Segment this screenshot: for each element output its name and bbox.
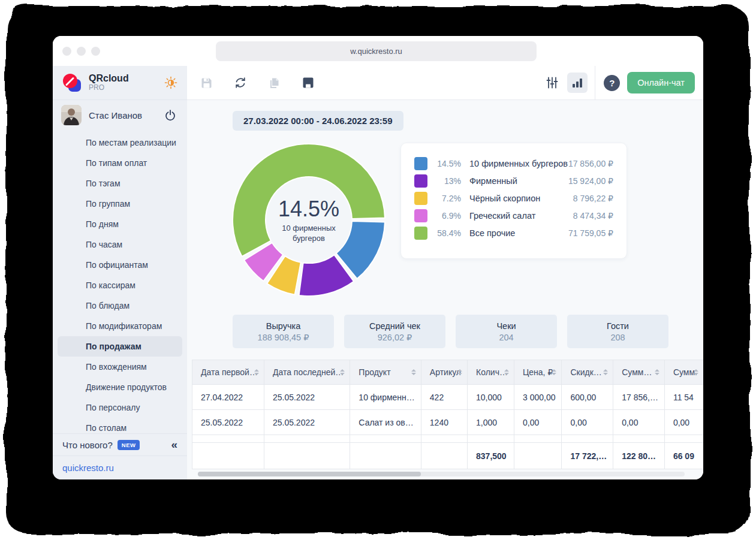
- column-header[interactable]: Артикул: [421, 360, 467, 385]
- stat-card: Гости208: [567, 315, 668, 348]
- legend-value: 8 474,34 ₽: [573, 211, 613, 221]
- sort-icon[interactable]: [457, 369, 462, 375]
- table-cell: 0,00: [562, 410, 613, 435]
- legend-percent: 14.5%: [427, 159, 461, 168]
- legend-percent: 13%: [427, 176, 461, 186]
- legend-swatch: [414, 209, 427, 222]
- online-chat-button[interactable]: Онлайн-чат: [627, 72, 695, 93]
- sales-table-wrap: Дата первой…Дата последней…ПродуктАртику…: [192, 360, 703, 469]
- sort-icon[interactable]: [340, 369, 345, 375]
- sidebar-item[interactable]: По официантам: [53, 255, 187, 275]
- sidebar-menu: По местам реализацииПо типам оплатПо тэг…: [53, 130, 187, 433]
- window-zoom-dot[interactable]: [91, 47, 100, 56]
- stat-title: Средний чек: [369, 321, 420, 331]
- column-header[interactable]: Скидк…: [562, 360, 613, 385]
- legend-value: 15 924,00 ₽: [568, 176, 613, 186]
- site-link-row: quickresto.ru: [53, 455, 187, 479]
- legend-swatch: [414, 174, 427, 188]
- scrollbar-thumb[interactable]: [198, 472, 421, 476]
- table-cell: 837,500: [468, 443, 514, 469]
- legend-row: 14.5%10 фирменных бургеров17 856,00 ₽: [414, 155, 613, 172]
- table-cell: [264, 443, 350, 469]
- stat-title: Выручка: [266, 321, 301, 331]
- user-name: Стас Иванов: [89, 110, 142, 120]
- column-header[interactable]: Дата последней…: [264, 360, 350, 385]
- sidebar-item[interactable]: По персоналу: [53, 397, 187, 418]
- address-bar[interactable]: w.quickresto.ru: [216, 41, 537, 61]
- donut-hole: [266, 177, 351, 263]
- table-cell: 27.04.2022: [192, 385, 264, 410]
- legend-percent: 6.9%: [427, 211, 461, 221]
- sort-icon[interactable]: [411, 369, 416, 375]
- stat-card: Чеки204: [456, 315, 557, 348]
- user-avatar[interactable]: [61, 105, 82, 125]
- user-row: Стас Иванов: [53, 100, 187, 130]
- table-cell: [613, 435, 665, 443]
- sort-icon[interactable]: [655, 369, 659, 375]
- stat-value: 204: [499, 333, 513, 342]
- app-window: w.quickresto.ru QRcloud PRO: [53, 36, 703, 479]
- whats-new-label: Что нового?: [62, 440, 113, 450]
- sidebar-item[interactable]: По типам оплат: [53, 153, 187, 173]
- sort-icon[interactable]: [694, 369, 698, 375]
- save-icon[interactable]: [200, 77, 213, 89]
- sidebar-item[interactable]: По местам реализации: [53, 132, 187, 153]
- sidebar-item[interactable]: По модификаторам: [53, 316, 187, 336]
- sidebar-item[interactable]: Движение продуктов: [53, 377, 187, 397]
- legend-swatch: [414, 227, 427, 240]
- filters-sliders-icon[interactable]: [542, 73, 562, 93]
- column-header[interactable]: Сумм.: [664, 360, 703, 385]
- sales-table: Дата первой…Дата последней…ПродуктАртику…: [192, 360, 703, 469]
- column-header[interactable]: Сумм…: [613, 360, 665, 385]
- legend-value: 17 856,00 ₽: [568, 159, 613, 168]
- sidebar-item[interactable]: По группам: [53, 194, 187, 214]
- legend-label: 10 фирменных бургеров: [469, 159, 568, 168]
- copy-icon[interactable]: [268, 77, 281, 89]
- sidebar-item[interactable]: По блюдам: [53, 295, 187, 316]
- stat-card: Выручка188 908,45 ₽: [233, 315, 334, 348]
- chart-view-icon[interactable]: [567, 73, 588, 93]
- collapse-sidebar-icon[interactable]: «: [171, 438, 177, 451]
- sidebar-item[interactable]: По столам: [53, 418, 187, 433]
- export-tray-icon[interactable]: [302, 76, 315, 89]
- legend-percent: 58.4%: [427, 228, 461, 238]
- refresh-icon[interactable]: [234, 76, 247, 89]
- window-minimize-dot[interactable]: [77, 47, 86, 56]
- sidebar-item[interactable]: По кассирам: [53, 275, 187, 295]
- stat-value: 208: [610, 333, 625, 342]
- quickresto-link[interactable]: quickresto.ru: [62, 463, 114, 473]
- sidebar-item[interactable]: По продажам: [58, 336, 182, 357]
- report-content: 27.03.2022 00:00 - 24.06.2022 23:59 14.5…: [187, 100, 703, 479]
- whats-new-row[interactable]: Что нового? NEW «: [53, 433, 187, 455]
- column-header[interactable]: Колич…: [468, 360, 514, 385]
- sort-icon[interactable]: [552, 369, 556, 375]
- donut-chart: 14.5% 10 фирменных бургеров: [231, 143, 386, 297]
- sort-icon[interactable]: [254, 369, 259, 375]
- table-cell: 600,00: [562, 385, 613, 410]
- theme-toggle-sun-icon[interactable]: [164, 76, 177, 89]
- brand-name: QRcloud: [89, 73, 129, 84]
- table-cell: [562, 435, 613, 443]
- column-header[interactable]: Продукт: [350, 360, 421, 385]
- help-icon[interactable]: ?: [604, 75, 620, 91]
- table-cell: 0,00: [664, 410, 703, 435]
- sort-icon[interactable]: [603, 369, 608, 375]
- sort-icon[interactable]: [504, 369, 509, 375]
- legend-row: 7.2%Чёрный скорпион8 796,22 ₽: [414, 189, 613, 207]
- logout-power-icon[interactable]: [164, 109, 176, 121]
- table-spacer-row: [192, 435, 704, 443]
- column-header[interactable]: Дата первой…: [192, 360, 264, 385]
- legend-percent: 7.2%: [427, 194, 461, 203]
- sidebar-item[interactable]: По вхождениям: [53, 357, 187, 377]
- table-cell: [664, 435, 703, 443]
- sidebar-item[interactable]: По дням: [53, 214, 187, 234]
- horizontal-scrollbar[interactable]: [198, 472, 685, 476]
- date-range-filter[interactable]: 27.03.2022 00:00 - 24.06.2022 23:59: [233, 111, 403, 131]
- window-controls: [62, 47, 100, 56]
- browser-chrome: w.quickresto.ru: [53, 36, 703, 66]
- sidebar-item[interactable]: По часам: [53, 234, 187, 255]
- sidebar-item[interactable]: По тэгам: [53, 173, 187, 194]
- table-row: 27.04.202225.05.202210 фирменн…42210,000…: [192, 385, 704, 410]
- window-close-dot[interactable]: [62, 47, 71, 56]
- column-header[interactable]: Цена, ₽: [514, 360, 562, 385]
